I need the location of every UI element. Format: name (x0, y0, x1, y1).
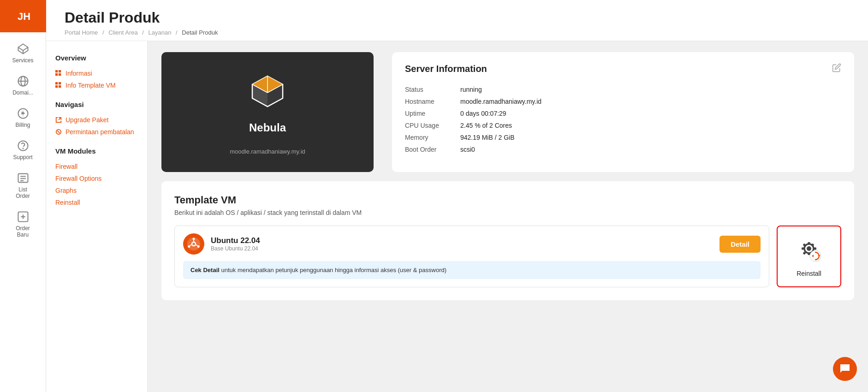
vm-modules-section: VM Modules Firewall Firewall Options Gra… (55, 147, 138, 208)
svg-line-24 (57, 131, 59, 133)
support-icon (17, 139, 30, 152)
breadcrumb: Portal Home / Client Area / Layanan / De… (65, 29, 850, 36)
left-panel: Overview Informasi Info Template VM Navi… (46, 41, 148, 392)
billing-icon (17, 107, 30, 120)
svg-rect-49 (811, 243, 814, 246)
svg-rect-45 (814, 248, 816, 250)
svg-point-7 (23, 148, 23, 148)
sidebar-item-list-order-label: ListOrder (16, 186, 30, 199)
sidebar-item-domain-label: Domai... (12, 89, 33, 96)
header: Detail Produk Portal Home / Client Area … (46, 0, 868, 41)
link-firewall-options[interactable]: Firewall Options (55, 172, 138, 184)
box-icon (17, 42, 30, 55)
sidebar-item-domain[interactable]: Domai... (0, 69, 46, 101)
overview-title: Overview (55, 54, 138, 62)
grid-icon (55, 70, 62, 77)
server-info-header: Server Information (405, 63, 841, 74)
svg-text:JH: JH (18, 11, 30, 22)
sidebar-item-support[interactable]: Support (0, 134, 46, 166)
page-title: Detail Produk (65, 9, 850, 26)
reinstall-label: Reinstall (797, 270, 821, 277)
external-icon (55, 117, 62, 123)
main-content: Detail Produk Portal Home / Client Area … (46, 0, 868, 392)
info-row-memory: Memory 942.19 MiB / 2 GiB (405, 131, 841, 143)
breadcrumb-current: Detail Produk (182, 29, 218, 36)
svg-rect-20 (59, 82, 61, 84)
list-icon (17, 172, 30, 184)
vm-card: Nebula moodle.ramadhaniawy.my.id (161, 52, 374, 172)
sidebar-item-billing[interactable]: Billing (0, 101, 46, 134)
link-info-template-vm[interactable]: Info Template VM (55, 79, 138, 91)
reinstall-box[interactable]: Reinstall (777, 226, 841, 287)
svg-point-41 (807, 246, 811, 251)
sidebar-item-order-baru-label: OrderBaru (16, 225, 30, 238)
svg-rect-16 (59, 70, 61, 72)
info-row-hostname: Hostname moodle.ramadhaniawy.my.id (405, 95, 841, 107)
template-vm-card: Template VM Berikut ini adalah OS / apli… (161, 181, 854, 300)
info-row-status: Status running (405, 83, 841, 95)
sidebar-item-billing-label: Billing (15, 122, 30, 128)
svg-rect-15 (55, 70, 58, 72)
breadcrumb-layanan[interactable]: Layanan (149, 29, 172, 36)
vm-hostname: moodle.ramadhaniawy.my.id (230, 148, 305, 155)
link-firewall[interactable]: Firewall (55, 160, 138, 172)
info-row-boot-order: Boot Order scsi0 (405, 143, 841, 155)
overview-section: Overview Informasi Info Template VM (55, 54, 138, 91)
svg-rect-21 (55, 85, 58, 88)
template-vm-subtitle: Berikut ini adalah OS / aplikasi / stack… (174, 209, 841, 216)
info-row-uptime: Uptime 0 days 00:07:29 (405, 107, 841, 119)
link-graphs[interactable]: Graphs (55, 184, 138, 196)
detail-button[interactable]: Detail (719, 236, 761, 253)
link-informasi[interactable]: Informasi (55, 67, 138, 79)
svg-rect-18 (59, 73, 61, 76)
vm-cube-icon (247, 71, 288, 114)
info-table: Status running Hostname moodle.ramadhani… (405, 83, 841, 155)
sidebar-item-list-order[interactable]: ListOrder (0, 166, 46, 205)
breadcrumb-client-area[interactable]: Client Area (108, 29, 138, 36)
svg-rect-22 (59, 85, 61, 88)
content-area: Overview Informasi Info Template VM Navi… (46, 41, 868, 392)
svg-rect-43 (808, 253, 810, 255)
chat-widget[interactable] (833, 357, 857, 381)
server-info-card: Server Information Status running (392, 52, 854, 172)
order-icon (17, 210, 30, 223)
link-upgrade-paket[interactable]: Upgrade Paket (55, 114, 138, 126)
sidebar-item-order-baru[interactable]: OrderBaru (0, 205, 46, 244)
svg-rect-44 (802, 248, 804, 250)
link-reinstall[interactable]: Reinstall (55, 196, 138, 208)
ubuntu-name: Ubuntu 22.04 (211, 236, 260, 245)
breadcrumb-portal-home[interactable]: Portal Home (65, 29, 98, 36)
svg-rect-42 (808, 242, 810, 244)
svg-point-34 (193, 238, 195, 240)
sidebar-item-services[interactable]: Services (0, 37, 46, 69)
edit-icon[interactable] (832, 63, 841, 74)
top-row: Nebula moodle.ramadhaniawy.my.id Server … (161, 52, 854, 172)
ubuntu-header: Ubuntu 22.04 Base Ubuntu 22.04 Detail (183, 233, 761, 255)
ubuntu-box: Ubuntu 22.04 Base Ubuntu 22.04 Detail Ce… (174, 226, 769, 287)
sidebar: JH Services Domai... Billing Support Lis (0, 0, 46, 392)
vm-name: Nebula (249, 121, 286, 134)
sidebar-item-services-label: Services (12, 57, 33, 64)
navigasi-section: Navigasi Upgrade Paket Permintaan pembat… (55, 101, 138, 138)
svg-rect-19 (55, 82, 58, 84)
link-permintaan-pembatalan[interactable]: Permintaan pembatalan (55, 126, 138, 138)
ubuntu-info-box: Cek Detail untuk mendapatkan petunjuk pe… (183, 261, 761, 279)
reinstall-icon (795, 236, 823, 265)
navigasi-title: Navigasi (55, 101, 138, 108)
ubuntu-icon (183, 233, 204, 255)
right-content: Nebula moodle.ramadhaniawy.my.id Server … (148, 41, 868, 392)
cancel-icon (55, 129, 62, 135)
server-info-title: Server Information (405, 64, 487, 74)
sidebar-item-support-label: Support (13, 154, 32, 160)
vm-modules-title: VM Modules (55, 147, 138, 155)
ubuntu-base: Base Ubuntu 22.04 (211, 245, 260, 252)
globe-icon (17, 75, 30, 88)
svg-rect-17 (55, 73, 58, 76)
template-content: Ubuntu 22.04 Base Ubuntu 22.04 Detail Ce… (174, 226, 841, 287)
template-vm-title: Template VM (174, 194, 841, 206)
info-row-cpu: CPU Usage 2.45 % of 2 Cores (405, 119, 841, 131)
sidebar-logo: JH (0, 0, 46, 32)
grid-icon-2 (55, 82, 62, 89)
